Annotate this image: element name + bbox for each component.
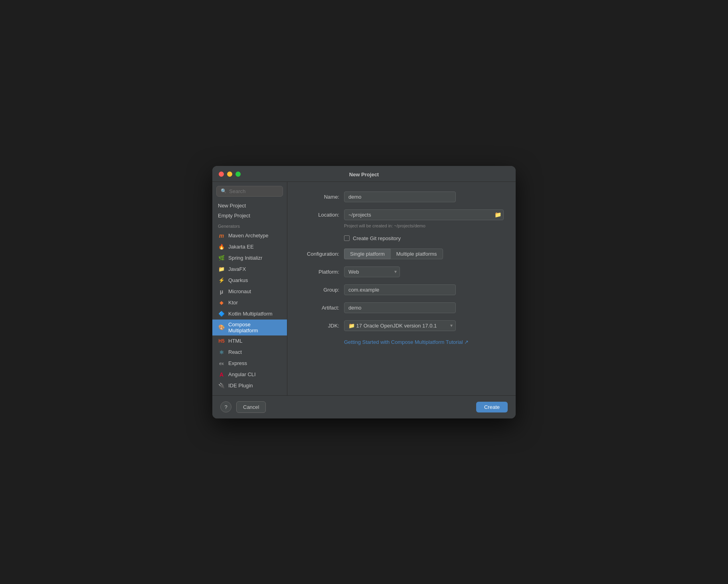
sidebar-item-label: Spring Initializr [228, 255, 262, 261]
git-row: Create Git repository [344, 235, 504, 241]
search-box[interactable]: 🔍 [216, 186, 283, 197]
sidebar-item-maven-archetype[interactable]: m Maven Archetype [212, 230, 287, 241]
sidebar-item-label: JavaFX [228, 266, 246, 272]
platform-select[interactable]: Web Android iOS Desktop [344, 266, 400, 277]
maven-icon: m [218, 232, 225, 239]
sidebar-item-label: Maven Archetype [228, 233, 268, 239]
sidebar-item-jakarta-ee[interactable]: 🔥 Jakarta EE [212, 241, 287, 253]
main-panel: Name: Location: 📁 Project will be create… [287, 182, 516, 395]
micronaut-icon: μ [218, 288, 225, 295]
express-icon: ex [218, 360, 225, 367]
jdk-select-wrapper: 📁 17 Oracle OpenJDK version 17.0.1 [344, 320, 456, 331]
jakarta-icon: 🔥 [218, 243, 225, 251]
sidebar-item-ktor[interactable]: ◆ Ktor [212, 297, 287, 308]
group-row: Group: [299, 284, 504, 295]
group-label: Group: [299, 287, 339, 293]
name-input[interactable] [344, 191, 456, 202]
traffic-lights [219, 172, 241, 177]
sidebar-item-label: Compose Multiplatform [228, 322, 281, 333]
config-buttons: Single platform Multiple platforms [344, 249, 443, 259]
help-button[interactable]: ? [220, 401, 231, 412]
main-window: New Project 🔍 New Project Empty Project … [212, 166, 516, 418]
ide-icon: 🔌 [218, 382, 225, 389]
sidebar-item-javafx[interactable]: 📁 JavaFX [212, 264, 287, 275]
create-button[interactable]: Create [476, 402, 508, 412]
artifact-label: Artifact: [299, 305, 339, 311]
sidebar-item-react[interactable]: ⚛ React [212, 347, 287, 358]
jdk-select[interactable]: 📁 17 Oracle OpenJDK version 17.0.1 [344, 320, 456, 331]
ktor-icon: ◆ [218, 299, 225, 306]
cancel-button[interactable]: Cancel [236, 401, 266, 413]
artifact-input[interactable] [344, 302, 456, 313]
location-hint: Project will be created in: ~/projects/d… [344, 223, 504, 228]
sidebar-item-kotlin-multiplatform[interactable]: 🔷 Kotlin Multiplatform [212, 308, 287, 320]
location-input-wrapper: 📁 [344, 209, 504, 220]
angular-icon: A [218, 371, 225, 378]
sidebar-item-label: New Project [218, 203, 246, 209]
kotlin-icon: 🔷 [218, 310, 225, 318]
location-input[interactable] [344, 209, 504, 220]
sidebar-item-label: Ktor [228, 300, 238, 306]
sidebar-item-express[interactable]: ex Express [212, 358, 287, 369]
config-label: Configuration: [299, 251, 339, 257]
search-icon: 🔍 [221, 188, 227, 194]
artifact-row: Artifact: [299, 302, 504, 313]
folder-browse-button[interactable]: 📁 [495, 211, 501, 218]
platform-row: Platform: Web Android iOS Desktop [299, 266, 504, 277]
close-button[interactable] [219, 172, 224, 177]
group-input[interactable] [344, 284, 456, 295]
sidebar-item-ide-plugin[interactable]: 🔌 IDE Plugin [212, 380, 287, 391]
sidebar-item-label: Jakarta EE [228, 244, 254, 250]
sidebar-item-label: Empty Project [218, 213, 250, 219]
minimize-button[interactable] [227, 172, 232, 177]
platform-label: Platform: [299, 269, 339, 275]
react-icon: ⚛ [218, 349, 225, 356]
sidebar-item-label: IDE Plugin [228, 383, 253, 389]
sidebar-item-empty-project[interactable]: Empty Project [212, 211, 287, 221]
generators-section-label: Generators [212, 221, 287, 230]
compose-icon: 🎨 [218, 324, 225, 331]
sidebar-item-label: Angular CLI [228, 371, 256, 377]
jdk-row: JDK: 📁 17 Oracle OpenJDK version 17.0.1 [299, 320, 504, 331]
sidebar-item-label: Micronaut [228, 288, 251, 294]
tutorial-link[interactable]: Getting Started with Compose Multiplatfo… [344, 339, 469, 345]
location-label: Location: [299, 212, 339, 218]
jdk-label: JDK: [299, 323, 339, 329]
content-area: 🔍 New Project Empty Project Generators m… [212, 182, 516, 395]
name-row: Name: [299, 191, 504, 202]
git-label: Create Git repository [353, 235, 401, 241]
sidebar-item-label: Kotlin Multiplatform [228, 311, 273, 317]
sidebar-item-micronaut[interactable]: μ Micronaut [212, 286, 287, 297]
sidebar-item-spring-initializr[interactable]: 🌿 Spring Initializr [212, 253, 287, 264]
sidebar-item-label: React [228, 349, 242, 355]
maximize-button[interactable] [235, 172, 241, 177]
sidebar-item-angular-cli[interactable]: A Angular CLI [212, 369, 287, 380]
sidebar: 🔍 New Project Empty Project Generators m… [212, 182, 287, 395]
window-title: New Project [349, 172, 379, 178]
sidebar-item-new-project[interactable]: New Project [212, 201, 287, 211]
multiple-platforms-button[interactable]: Multiple platforms [390, 249, 443, 259]
footer-left: ? Cancel [220, 401, 266, 413]
search-input[interactable] [229, 188, 279, 194]
sidebar-item-quarkus[interactable]: ⚡ Quarkus [212, 275, 287, 286]
quarkus-icon: ⚡ [218, 277, 225, 284]
tutorial-link-row: Getting Started with Compose Multiplatfo… [344, 338, 504, 345]
single-platform-button[interactable]: Single platform [344, 249, 390, 259]
spring-icon: 🌿 [218, 255, 225, 262]
titlebar: New Project [212, 166, 516, 182]
sidebar-item-label: Express [228, 360, 247, 366]
footer: ? Cancel Create [212, 395, 516, 418]
location-row: Location: 📁 [299, 209, 504, 220]
sidebar-item-label: Quarkus [228, 277, 248, 283]
platform-select-wrapper: Web Android iOS Desktop [344, 266, 400, 277]
javafx-icon: 📁 [218, 266, 225, 273]
html-icon: H5 [218, 337, 225, 345]
name-label: Name: [299, 194, 339, 200]
configuration-row: Configuration: Single platform Multiple … [299, 249, 504, 259]
sidebar-item-html[interactable]: H5 HTML [212, 335, 287, 347]
sidebar-item-compose-multiplatform[interactable]: 🎨 Compose Multiplatform [212, 320, 287, 335]
sidebar-item-label: HTML [228, 338, 242, 344]
git-checkbox[interactable] [344, 235, 350, 241]
